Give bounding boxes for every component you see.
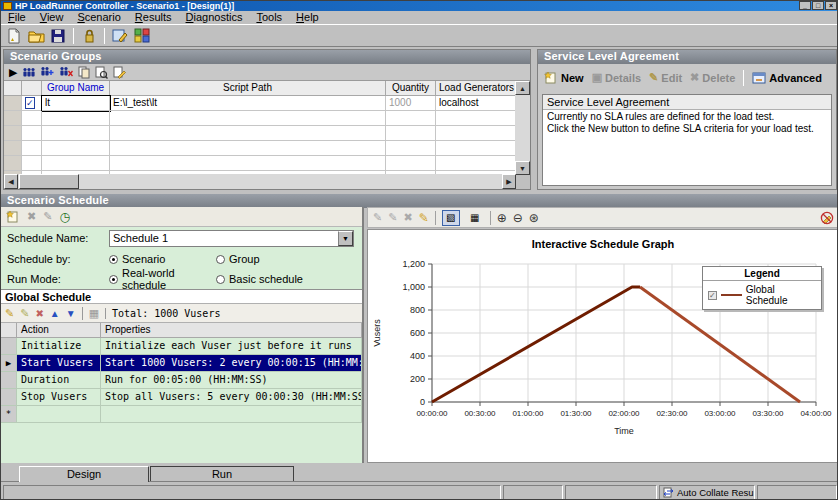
- sla-advanced-button[interactable]: Advanced: [752, 72, 822, 84]
- radio-real-world-schedule[interactable]: Real-world schedule: [109, 267, 216, 291]
- group-name-cell[interactable]: [42, 156, 110, 171]
- group-name-cell[interactable]: lt: [42, 96, 110, 111]
- load-generators-cell[interactable]: [436, 156, 516, 171]
- script-path-cell[interactable]: E:\l_test\lt: [110, 96, 386, 111]
- row-selector[interactable]: [4, 156, 22, 171]
- gs-move-down-icon[interactable]: ▼: [66, 308, 76, 319]
- gs-properties-header[interactable]: Properties: [101, 323, 362, 338]
- checkbox-checked-icon[interactable]: ✓: [25, 97, 35, 109]
- open-scenario-icon[interactable]: [26, 26, 46, 45]
- zoom-custom-icon[interactable]: ⊛: [529, 211, 539, 225]
- edit-disabled-icon[interactable]: [820, 211, 834, 225]
- graph-delete-icon[interactable]: ✖: [403, 211, 412, 224]
- graph-draw-icon[interactable]: ✎: [419, 211, 429, 225]
- row-selector[interactable]: [4, 141, 22, 156]
- quantity-cell[interactable]: [386, 111, 436, 126]
- groups-horizontal-scrollbar[interactable]: ◀ ▶: [4, 174, 516, 189]
- gs-edit-action-icon[interactable]: ✎: [20, 307, 29, 320]
- schedule-name-combobox[interactable]: Schedule 1 ▼: [109, 230, 354, 247]
- gs-properties-cell[interactable]: Stop all Vusers: 5 every 00:00:30 (HH:MM…: [101, 389, 362, 406]
- vusers-icon[interactable]: [79, 26, 99, 45]
- gs-action-row[interactable]: InitializeInitialize each Vuser just bef…: [1, 338, 362, 355]
- gs-action-header[interactable]: Action: [17, 323, 101, 338]
- new-scenario-icon[interactable]: [4, 26, 24, 45]
- group-name-cell[interactable]: [42, 111, 110, 126]
- menu-tools[interactable]: Tools: [249, 11, 289, 24]
- gs-action-row[interactable]: Stop VusersStop all Vusers: 5 every 00:0…: [1, 389, 362, 406]
- scroll-down-icon[interactable]: ▼: [515, 161, 530, 175]
- load-generators-cell[interactable]: [436, 126, 516, 141]
- interactive-schedule-graph[interactable]: Interactive Schedule Graph 0200400600800…: [367, 229, 838, 463]
- quantity-cell[interactable]: [386, 126, 436, 141]
- rename-schedule-icon[interactable]: ✎: [43, 210, 52, 223]
- start-group-icon[interactable]: ▶: [9, 66, 17, 79]
- gs-grid-icon[interactable]: ▦: [82, 307, 99, 320]
- row-selector[interactable]: [4, 96, 22, 111]
- delete-schedule-icon[interactable]: ✖: [27, 210, 36, 223]
- add-group-icon[interactable]: [40, 66, 54, 78]
- minimize-button[interactable]: _: [799, 1, 811, 10]
- radio-schedule-by-scenario[interactable]: Scenario: [109, 253, 216, 265]
- scenario-groups-table[interactable]: Group NameScript PathQuantityLoad Genera…: [4, 81, 516, 175]
- column-header[interactable]: Quantity: [386, 81, 436, 96]
- group-enabled-cell[interactable]: [22, 126, 42, 141]
- group-row-empty[interactable]: [4, 126, 516, 141]
- group-row[interactable]: ✓ltE:\l_test\lt1000localhost: [4, 96, 516, 111]
- menu-file[interactable]: File: [1, 11, 33, 24]
- tab-run[interactable]: Run: [150, 466, 294, 481]
- group-name-cell[interactable]: [42, 141, 110, 156]
- group-row-empty[interactable]: [4, 141, 516, 156]
- gs-properties-cell[interactable]: [101, 406, 362, 423]
- graph-new-icon[interactable]: ✎: [373, 211, 382, 224]
- legend-entry[interactable]: ✓ Global Schedule: [703, 281, 821, 309]
- quantity-cell[interactable]: [386, 156, 436, 171]
- menu-view[interactable]: View: [33, 11, 71, 24]
- gs-properties-cell[interactable]: Start 1000 Vusers: 2 every 00:00:15 (HH:…: [101, 355, 362, 372]
- menu-diagnostics[interactable]: Diagnostics: [179, 11, 250, 24]
- gs-delete-action-icon[interactable]: ✖: [35, 308, 43, 319]
- row-selector[interactable]: [4, 126, 22, 141]
- gs-properties-cell[interactable]: Initialize each Vuser just before it run…: [101, 338, 362, 355]
- design-view-icon[interactable]: [110, 26, 130, 45]
- script-path-cell[interactable]: [110, 126, 386, 141]
- gs-action-cell[interactable]: Stop Vusers: [17, 389, 101, 406]
- gs-new-action-icon[interactable]: ✎: [5, 307, 14, 320]
- group-enabled-cell[interactable]: [22, 111, 42, 126]
- vuser-group-icon[interactable]: [22, 67, 35, 78]
- sla-edit-button[interactable]: ✎ Edit: [649, 71, 682, 84]
- legend-checkbox-icon[interactable]: ✓: [708, 291, 717, 300]
- column-header[interactable]: Script Path: [110, 81, 386, 96]
- gs-action-cell[interactable]: Start Vusers: [17, 355, 101, 372]
- new-schedule-icon[interactable]: [6, 210, 20, 223]
- zoom-out-icon[interactable]: ⊖: [513, 211, 523, 225]
- scroll-up-icon[interactable]: ▲: [515, 81, 530, 95]
- quantity-cell[interactable]: [386, 141, 436, 156]
- save-scenario-icon[interactable]: [48, 26, 68, 45]
- column-header[interactable]: Load Generators: [436, 81, 516, 96]
- maximize-button[interactable]: □: [812, 1, 824, 10]
- scroll-left-icon[interactable]: ◀: [4, 174, 18, 189]
- menu-help[interactable]: Help: [289, 11, 326, 24]
- scroll-right-icon[interactable]: ▶: [502, 174, 516, 189]
- script-path-cell[interactable]: [110, 111, 386, 126]
- group-enabled-cell[interactable]: [22, 141, 42, 156]
- group-row-empty[interactable]: [4, 156, 516, 171]
- row-selector[interactable]: [4, 111, 22, 126]
- group-enabled-cell[interactable]: ✓: [22, 96, 42, 111]
- run-view-icon[interactable]: [132, 26, 152, 45]
- group-row-empty[interactable]: [4, 111, 516, 126]
- groups-vertical-scrollbar[interactable]: ▲ ▼: [515, 81, 530, 175]
- edit-script-icon[interactable]: [113, 66, 126, 79]
- script-path-cell[interactable]: [110, 141, 386, 156]
- schedule-clock-icon[interactable]: ◷: [59, 210, 69, 224]
- menu-results[interactable]: Results: [128, 11, 179, 24]
- gs-action-cell[interactable]: Duration: [17, 372, 101, 389]
- gs-action-row[interactable]: DurationRun for 00:05:00 (HH:MM:SS): [1, 372, 362, 389]
- tab-design[interactable]: Design: [19, 466, 149, 482]
- load-generators-cell[interactable]: localhost: [436, 96, 516, 111]
- radio-schedule-by-group[interactable]: Group: [216, 253, 323, 265]
- combo-dropdown-icon[interactable]: ▼: [338, 231, 353, 246]
- sla-new-button[interactable]: New: [544, 71, 584, 84]
- quantity-cell[interactable]: 1000: [386, 96, 436, 111]
- graph-view-toggle-icon[interactable]: ▧: [442, 210, 460, 226]
